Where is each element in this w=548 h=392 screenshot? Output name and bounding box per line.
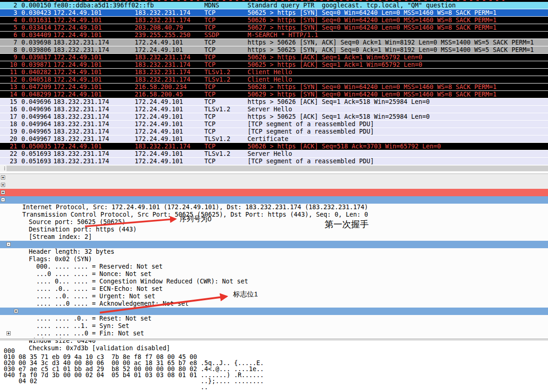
packet-row[interactable]: 5 0.033414 172.24.49.101 203.208.40.79 T… xyxy=(0,24,548,32)
packet-info: 50626 > https [ACK] Seq=518 Ack=3703 Win… xyxy=(248,143,548,150)
packet-time: 0.049964 xyxy=(19,113,53,120)
packet-row[interactable]: 17 0.049964 183.232.231.174 172.24.49.10… xyxy=(0,113,548,121)
packet-row[interactable]: 13 0.047209 172.24.49.101 216.58.200.234… xyxy=(0,84,548,91)
hex-bytes[interactable]: 04 02 xyxy=(19,378,37,384)
packet-source: 172.24.49.101 xyxy=(53,17,135,24)
packet-no: 7 xyxy=(0,39,19,46)
packet-time: 0.039871 xyxy=(19,61,53,68)
detail-row[interactable]: Destination port: https (443) xyxy=(0,211,548,218)
packet-info: Standard query PTR _googlecast._tcp.loca… xyxy=(248,2,548,9)
packet-row[interactable]: 12 0.040518 172.24.49.101 183.232.231.17… xyxy=(0,76,548,84)
packet-row[interactable]: 19 0.049965 183.232.231.174 172.24.49.10… xyxy=(0,128,548,135)
detail-row[interactable]: Header length: 32 bytes xyxy=(0,233,548,241)
packet-list-hscrollbar[interactable] xyxy=(0,165,548,172)
hex-ascii[interactable]: ..};.... ........ xyxy=(201,378,264,384)
detail-row[interactable]: - Transmission Control Protocol, Src Por… xyxy=(0,196,548,204)
packet-no: 23 xyxy=(0,158,19,165)
detail-row[interactable]: ...0 .... .... = Nonce: Not set xyxy=(0,256,548,263)
packet-info: 50625 > https [ACK] Seq=1 Ack=1 Win=6579… xyxy=(248,61,548,68)
detail-row[interactable]: + Internet Protocol, Src: 172.24.49.101 … xyxy=(0,189,548,196)
packet-row[interactable]: 15 0.049696 183.232.231.174 172.24.49.10… xyxy=(0,98,548,106)
packet-row[interactable]: 8 0.039806 183.232.231.174 172.24.49.101… xyxy=(0,46,548,54)
packet-no: 10 xyxy=(0,61,19,68)
detail-row[interactable]: + Checksum: 0x7d3b [validation disabled] xyxy=(0,330,548,337)
detail-row[interactable]: Sequence number: 0 (relative sequence nu… xyxy=(0,226,548,233)
packet-row[interactable]: 16 0.049696 183.232.231.174 172.24.49.10… xyxy=(0,106,548,113)
packet-row[interactable]: 3 0.030423 172.24.49.101 183.232.231.174… xyxy=(0,9,548,17)
packet-row[interactable]: 9 0.039817 172.24.49.101 183.232.231.174… xyxy=(0,54,548,61)
packet-list-pane: 2 0.000150 fe80::ddba:a5d1:396ff02::fb M… xyxy=(0,0,548,165)
packet-row[interactable]: 14 0.048299 172.24.49.101 216.58.200.45 … xyxy=(0,91,548,98)
hex-row: 030 fa f0 7d 3b 00 00 02 04 05 b4 01 03 … xyxy=(0,360,548,366)
packet-row[interactable]: 4 0.031631 172.24.49.101 183.232.231.174… xyxy=(0,17,548,24)
detail-row[interactable]: + Frame 3: 66 bytes on wire (528 bits), … xyxy=(0,174,548,181)
packet-row[interactable]: 23 0.051693 183.232.231.174 172.24.49.10… xyxy=(0,158,548,165)
detail-row[interactable]: .... .... ...0 = Fin: Not set xyxy=(0,315,548,322)
packet-protocol: TLSv1.2 xyxy=(204,69,248,76)
packet-source: 172.24.49.101 xyxy=(53,61,135,68)
detail-row[interactable]: [Stream index: 2] xyxy=(0,218,548,226)
packet-row[interactable]: 7 0.039698 183.232.231.174 172.24.49.101… xyxy=(0,39,548,46)
detail-row[interactable]: .... ...0 .... = Acknowledgement: Not se… xyxy=(0,285,548,293)
detail-row[interactable]: .... .... 0... = Push: Not set xyxy=(0,293,548,300)
hex-bytes[interactable]: fa f0 7d 3b 00 00 02 04 05 b4 01 03 03 0… xyxy=(19,372,197,378)
packet-info: M-SEARCH * HTTP/1.1 xyxy=(248,32,548,39)
packet-time: 0.039698 xyxy=(19,39,53,46)
packet-details-pane: + Frame 3: 66 bytes on wire (528 bits), … xyxy=(0,174,548,337)
packet-info: Server Hello xyxy=(248,106,548,113)
packet-protocol: TCP xyxy=(204,143,248,150)
packet-no: 20 xyxy=(0,135,19,142)
tree-expander-icon[interactable]: + xyxy=(1,183,5,187)
packet-info: 50626 > https [ACK] Seq=1 Ack=1 Win=6579… xyxy=(248,54,548,61)
packet-info: https > 50625 [SYN, ACK] Seq=0 Ack=1 Win… xyxy=(248,46,548,53)
detail-row[interactable]: .... .0.. .... = ECN-Echo: Not set xyxy=(0,270,548,278)
detail-row[interactable]: Source port: 50625 (50625) xyxy=(0,204,548,211)
packet-no: 13 xyxy=(0,84,19,90)
detail-row[interactable]: .... 0... .... = Congestion Window Reduc… xyxy=(0,263,548,270)
packet-info: 50625 > https [SYN] Seq=0 Win=64240 Len=… xyxy=(248,9,548,16)
packet-row[interactable]: 6 0.034409 172.24.49.101 239.255.255.250… xyxy=(0,32,548,39)
pane-divider[interactable] xyxy=(0,338,548,341)
packet-row[interactable]: 22 0.051693 183.232.231.174 172.24.49.10… xyxy=(0,150,548,158)
packet-no: 3 xyxy=(0,9,19,16)
detail-row[interactable]: + .... .... ..1. = Syn: Set xyxy=(0,308,548,315)
packet-protocol: TLSv1.2 xyxy=(204,135,248,142)
packet-row[interactable]: 21 0.050035 172.24.49.101 183.232.231.17… xyxy=(0,143,548,150)
packet-row[interactable]: 2 0.000150 fe80::ddba:a5d1:396ff02::fb M… xyxy=(0,2,548,9)
tree-expander-icon[interactable]: - xyxy=(1,198,5,202)
packet-protocol: TCP xyxy=(204,121,248,128)
packet-row[interactable]: 20 0.049967 183.232.231.174 172.24.49.10… xyxy=(0,135,548,143)
tree-expander-icon[interactable]: + xyxy=(1,190,5,194)
packet-time: 0.049696 xyxy=(19,106,53,113)
packet-destination: 183.232.231.174 xyxy=(135,9,204,16)
packet-destination: 183.232.231.174 xyxy=(135,69,204,76)
tree-expander-icon[interactable]: + xyxy=(1,175,5,180)
packet-row[interactable]: 10 0.039871 172.24.49.101 183.232.231.17… xyxy=(0,61,548,69)
detail-row[interactable]: + Ethernet II, Src: 10:c3:7b:8e:f8:f7 (1… xyxy=(0,181,548,189)
packet-time: 0.040518 xyxy=(19,76,53,83)
packet-row[interactable]: 18 0.049964 183.232.231.174 172.24.49.10… xyxy=(0,121,548,128)
hex-ascii[interactable]: .. xyxy=(201,384,208,390)
packet-protocol: TCP xyxy=(204,113,248,120)
scrollbar-track[interactable] xyxy=(7,166,548,171)
packet-source: 172.24.49.101 xyxy=(53,76,135,83)
packet-no: 11 xyxy=(0,69,19,76)
packet-protocol: TCP xyxy=(204,39,248,46)
packet-info: https > 50625 [ACK] Seq=1 Ack=518 Win=25… xyxy=(248,113,548,120)
detail-row[interactable]: 000. .... .... = Reserved: Not set xyxy=(0,248,548,256)
tree-expander-icon[interactable]: + xyxy=(7,331,11,335)
packet-row[interactable]: 11 0.040282 172.24.49.101 183.232.231.17… xyxy=(0,69,548,76)
packet-destination: 183.232.231.174 xyxy=(135,17,204,24)
detail-row[interactable]: Window size: 64240 xyxy=(0,322,548,330)
packet-info: https > 50626 [ACK] Seq=1 Ack=518 Win=25… xyxy=(248,98,548,105)
detail-row[interactable]: - Flags: 0x02 (SYN) xyxy=(0,241,548,248)
packet-protocol: TCP xyxy=(204,24,248,31)
packet-source: 183.232.231.174 xyxy=(53,135,135,142)
tree-expander-icon[interactable]: - xyxy=(7,242,11,246)
tree-expander-icon[interactable]: + xyxy=(14,309,18,313)
packet-info: Client Hello xyxy=(248,76,548,83)
packet-info: [TCP segment of a reassembled PDU] xyxy=(248,158,548,165)
hex-row: 020 e7 ae c5 c1 01 bb ad 29 b8 52 00 00 … xyxy=(0,354,548,360)
detail-row[interactable]: .... .... .0.. = Reset: Not set xyxy=(0,300,548,308)
detail-row[interactable]: .... ..0. .... = Urgent: Not set xyxy=(0,278,548,285)
